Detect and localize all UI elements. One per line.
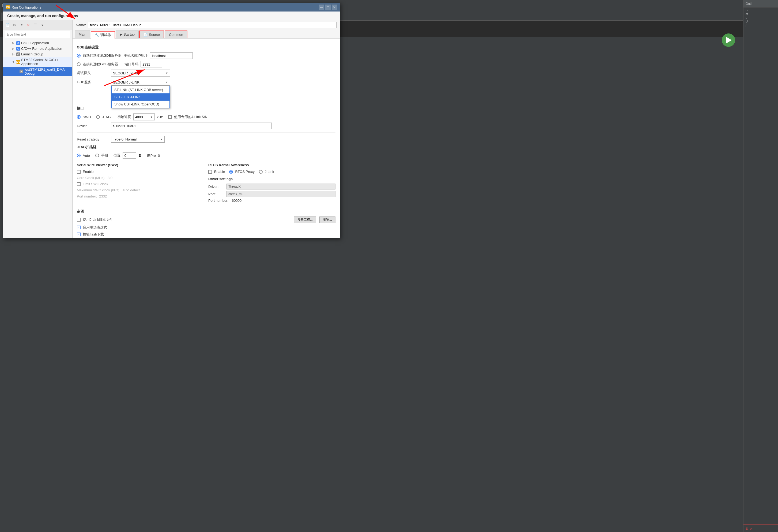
jlink-script-checkbox[interactable] <box>77 218 81 221</box>
probe-dropdown-value: SEGGER J-LINK <box>113 71 140 75</box>
tree-label-launch: Launch Group <box>21 52 43 56</box>
port-number-value: 2332 <box>99 194 107 198</box>
filter-btn[interactable]: ☰ <box>32 22 38 28</box>
manual-radio[interactable] <box>95 154 99 157</box>
launch-group-icon: ⚙ <box>16 53 20 56</box>
reset-dropdown[interactable]: Type 0: Normal ▼ <box>111 136 165 143</box>
dialog-maximize-btn[interactable]: □ <box>325 5 331 10</box>
tab-main-label: Main <box>79 32 86 36</box>
speed-unit: kHz <box>157 115 163 119</box>
config-tree: ▷ C C/C++ Application ▷ C C/C++ Remote A… <box>3 39 72 238</box>
scroll-bar[interactable] <box>408 21 741 21</box>
driver-input[interactable] <box>227 184 335 189</box>
rtos-enable-checkbox[interactable] <box>208 170 212 174</box>
tab-debugger[interactable]: 🔧 调试器 <box>91 31 115 38</box>
verify-flash-checkbox[interactable] <box>77 233 81 236</box>
export-btn[interactable]: ↗ <box>18 22 24 28</box>
jtag-label: JTAG <box>102 115 110 119</box>
auto-label: Auto <box>83 154 90 158</box>
position-input[interactable] <box>123 152 136 159</box>
driver-port-num-label: Port number: <box>208 198 230 202</box>
speed-dropdown[interactable]: 4000 ▼ <box>133 113 155 120</box>
connect-remote-radio[interactable] <box>77 62 81 66</box>
tab-debugger-icon: 🔧 <box>95 33 99 37</box>
delete-btn[interactable]: ✕ <box>25 22 31 28</box>
device-label: Device <box>77 124 109 128</box>
tree-label-cpp-app: C/C++ Application <box>21 41 49 45</box>
tab-common-label: Common <box>169 33 183 37</box>
speed-arrow: ▼ <box>150 116 153 118</box>
tree-expand-launch: ▷ <box>11 53 15 56</box>
jtag-radio[interactable] <box>96 115 100 119</box>
dialog-controls: — □ ✕ <box>319 5 337 10</box>
config-name-input[interactable] <box>88 22 336 28</box>
auto-radio[interactable] <box>77 154 81 157</box>
tab-main[interactable]: Main <box>75 30 90 38</box>
limit-swo-checkbox[interactable] <box>77 182 81 186</box>
tab-source[interactable]: 📄 Source <box>139 30 164 38</box>
auto-start-radio[interactable] <box>77 54 81 58</box>
debugger-content: GDB连接设置 自动启动本地GDB服务器 主机名或IP地址 连接到远程GDB服务… <box>73 38 340 238</box>
large-play-arrow <box>726 37 732 43</box>
name-label: Name: <box>76 23 86 27</box>
dropdown-item-openocd[interactable]: Show CST-LINK (OpenOCD) <box>111 101 169 108</box>
auto-start-row: 自动启动本地GDB服务器 主机名或IP地址 <box>77 53 335 59</box>
tab-startup-label: Startup <box>124 32 135 36</box>
swd-radio[interactable] <box>77 115 81 119</box>
jlink-sn-checkbox[interactable] <box>168 115 172 119</box>
collapse-btn[interactable]: ▾ <box>40 22 45 28</box>
tree-item-cpp-app[interactable]: ▷ C C/C++ Application <box>3 40 72 46</box>
dialog-titlebar: IDE Run Configurations — □ ✕ <box>3 3 340 11</box>
tree-item-stm32-app[interactable]: ▼ IDE STM32 Cortex-M C/C++ Application <box>3 57 72 67</box>
driver-header: Driver settings <box>208 177 335 181</box>
rtos-proxy-radio[interactable] <box>229 170 233 174</box>
tree-item-test-debug[interactable]: ▶ testSTM32F1_uart3_DMA Debug <box>3 67 72 76</box>
new-config-btn[interactable]: 📄 <box>5 22 10 28</box>
device-input[interactable] <box>111 122 272 129</box>
tree-item-cpp-remote[interactable]: ▷ C C/C++ Remote Application <box>3 46 72 52</box>
gdb-server-dropdown[interactable]: SEGGER J-LINK ▼ <box>111 79 170 86</box>
host-input[interactable] <box>150 53 193 59</box>
enable-swv-checkbox[interactable] <box>77 170 81 174</box>
live-expr-checkbox[interactable] <box>77 226 81 229</box>
dialog-close-btn[interactable]: ✕ <box>332 5 337 10</box>
browse-btn[interactable]: 浏览... <box>319 216 335 223</box>
reset-value: Type 0: Normal <box>113 137 137 141</box>
search-project-btn[interactable]: 搜索工程... <box>294 216 316 223</box>
outline-header: Outli <box>744 0 778 7</box>
dialog-subtitle: Create, manage, and run configurations <box>3 11 340 20</box>
probe-row: 调试探头 SEGGER J-LINK ▼ <box>77 70 335 77</box>
jlink-script-label: 使用J-Link脚本文件 <box>83 217 113 222</box>
max-swo-value: auto detect <box>123 188 140 192</box>
reset-row: Reset strategy Type 0: Normal ▼ <box>77 136 335 143</box>
connect-remote-row: 连接到远程GDB服务器 端口号码 <box>77 61 335 68</box>
tab-common[interactable]: Common <box>165 30 187 38</box>
driver-port-num-value: 60000 <box>232 198 241 202</box>
dialog-minimize-btn[interactable]: — <box>319 5 324 10</box>
jlink-rtos-radio[interactable] <box>259 170 263 174</box>
name-row: Name: testSTM32F1_uart3_DMA Debug <box>73 20 340 30</box>
large-play-button[interactable] <box>722 33 735 47</box>
duplicate-btn[interactable]: ⧉ <box>11 22 17 28</box>
max-swo-row: Maximum SWO clock (kHz): auto detect <box>77 188 204 192</box>
driver-port-input[interactable] <box>227 191 335 197</box>
tree-expand-stm32: ▼ <box>11 60 15 64</box>
probe-dropdown[interactable]: SEGGER J-LINK ▼ <box>111 70 170 77</box>
position-spinner[interactable]: ⬍ <box>138 153 142 158</box>
config-search-input[interactable] <box>5 31 70 38</box>
port-input[interactable] <box>141 61 162 68</box>
gdb-section-header: GDB连接设置 <box>77 45 335 50</box>
enable-swv-row: Enable <box>77 170 204 174</box>
probe-label: 调试探头 <box>77 71 109 76</box>
verify-flash-label: 检验flash下载 <box>83 232 104 237</box>
verify-flash-row: 检验flash下载 <box>77 232 335 237</box>
tree-expand-test <box>15 70 18 73</box>
dropdown-item-jlink[interactable]: SEGGER J-LINK <box>111 93 169 101</box>
dropdown-item-stlink[interactable]: ST-LINK (ST-LINK GDB server) <box>111 86 169 93</box>
driver-port-num-row: Port number: 60000 <box>208 198 335 202</box>
error-label: Erro <box>746 527 752 530</box>
tree-item-launch-group[interactable]: ▷ ⚙ Launch Group <box>3 52 72 57</box>
irpre-label: IRPre <box>147 154 156 158</box>
cpp-remote-icon: C <box>16 47 20 51</box>
tab-startup[interactable]: ▶ Startup <box>115 30 139 38</box>
